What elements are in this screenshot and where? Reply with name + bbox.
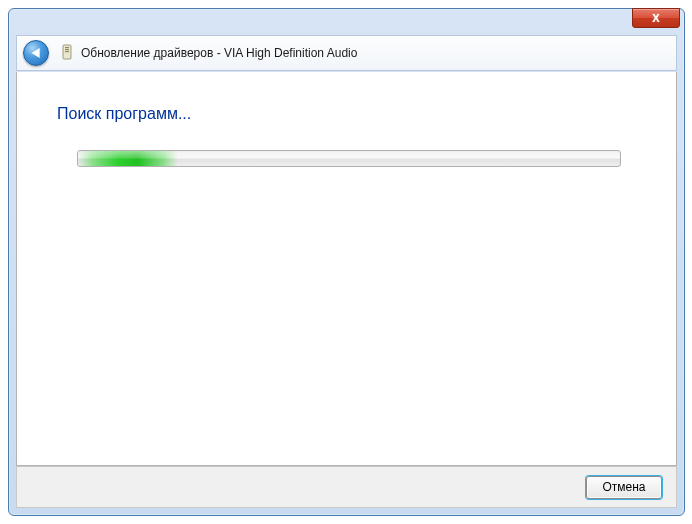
content-area: Поиск программ... xyxy=(16,72,677,466)
back-arrow-icon xyxy=(32,48,40,58)
progress-fill xyxy=(78,151,178,166)
footer-bar: Отмена xyxy=(16,466,677,508)
close-icon: X xyxy=(652,12,659,24)
titlebar: X xyxy=(9,9,684,33)
progress-bar xyxy=(77,150,621,167)
status-heading: Поиск программ... xyxy=(57,105,191,123)
dialog-title: Обновление драйверов - VIA High Definiti… xyxy=(81,46,357,60)
cancel-button[interactable]: Отмена xyxy=(586,476,662,499)
back-button[interactable] xyxy=(23,40,49,66)
header-text: Обновление драйверов - VIA High Definiti… xyxy=(61,43,357,63)
svg-rect-1 xyxy=(65,47,69,48)
header-band: Обновление драйверов - VIA High Definiti… xyxy=(16,35,677,71)
svg-rect-3 xyxy=(65,51,69,52)
svg-rect-2 xyxy=(65,49,69,50)
close-button[interactable]: X xyxy=(632,8,680,28)
dialog-window: X Обновление драйверов - VIA High Defini… xyxy=(8,8,685,516)
device-icon xyxy=(61,43,75,63)
